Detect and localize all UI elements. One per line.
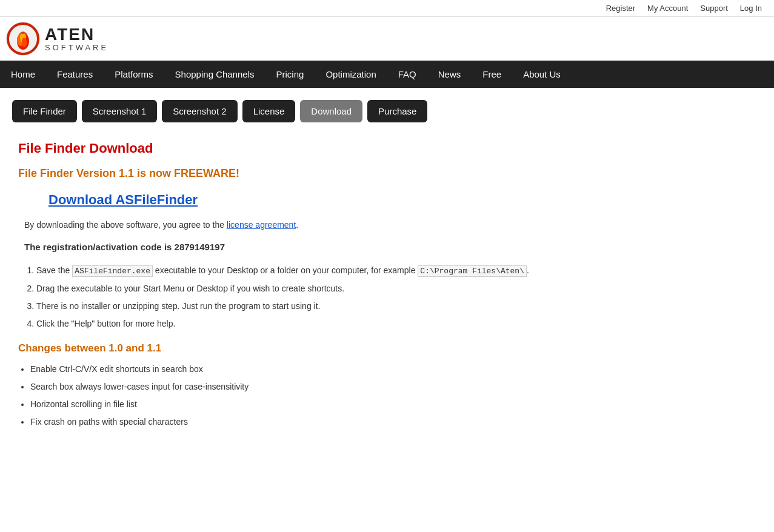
change-item: Enable Ctrl-C/V/X edit shortcuts in sear… bbox=[30, 363, 756, 376]
nav-home[interactable]: Home bbox=[0, 61, 46, 88]
change-item: Search box always lower-cases input for … bbox=[30, 381, 756, 393]
tab-screenshot-1[interactable]: Screenshot 1 bbox=[82, 100, 157, 122]
code-path: C:\Program Files\Aten\ bbox=[418, 265, 527, 277]
my-account-link[interactable]: My Account bbox=[647, 4, 688, 13]
nav-faq[interactable]: FAQ bbox=[387, 61, 427, 88]
nav-platforms[interactable]: Platforms bbox=[104, 61, 164, 88]
register-link[interactable]: Register bbox=[606, 4, 635, 13]
tab-purchase[interactable]: Purchase bbox=[367, 100, 427, 122]
main-content: File Finder Download File Finder Version… bbox=[0, 128, 774, 445]
logo-software: SOFTWARE bbox=[45, 43, 108, 52]
header: ATEN SOFTWARE bbox=[0, 17, 774, 61]
login-link[interactable]: Log In bbox=[740, 4, 762, 13]
download-asfilefinder-link[interactable]: Download ASFileFinder bbox=[48, 192, 198, 207]
top-bar: Register My Account Support Log In bbox=[0, 0, 774, 17]
tab-download[interactable]: Download bbox=[300, 100, 362, 122]
logo-text: ATEN SOFTWARE bbox=[45, 26, 108, 52]
license-agreement-link[interactable]: license agreement bbox=[227, 220, 296, 230]
freeware-notice: File Finder Version 1.1 is now FREEWARE! bbox=[18, 167, 756, 180]
nav-about[interactable]: About Us bbox=[512, 61, 572, 88]
license-note-suffix: . bbox=[296, 220, 298, 230]
activation-code: The registration/activation code is 2879… bbox=[24, 242, 756, 252]
svg-point-6 bbox=[22, 38, 27, 47]
code-asfilefinder: ASFileFinder.exe bbox=[72, 265, 153, 277]
tab-license[interactable]: License bbox=[242, 100, 296, 122]
instruction-2: Drag the executable to your Start Menu o… bbox=[36, 282, 756, 295]
instructions-list: Save the ASFileFinder.exe executable to … bbox=[36, 264, 756, 330]
tab-file-finder[interactable]: File Finder bbox=[12, 100, 77, 122]
instruction-4: Click the "Help" button for more help. bbox=[36, 318, 756, 330]
nav-bar: Home Features Platforms Shopping Channel… bbox=[0, 61, 774, 88]
nav-news[interactable]: News bbox=[427, 61, 472, 88]
page-heading: File Finder Download bbox=[18, 141, 756, 156]
instruction-1: Save the ASFileFinder.exe executable to … bbox=[36, 264, 756, 278]
change-item: Horizontal scrolling in file list bbox=[30, 398, 756, 411]
logo-area[interactable]: ATEN SOFTWARE bbox=[6, 22, 108, 56]
support-link[interactable]: Support bbox=[700, 4, 728, 13]
changes-heading: Changes between 1.0 and 1.1 bbox=[18, 342, 756, 354]
nav-features[interactable]: Features bbox=[46, 61, 104, 88]
download-link-area: Download ASFileFinder bbox=[48, 192, 756, 208]
changes-list: Enable Ctrl-C/V/X edit shortcuts in sear… bbox=[30, 363, 756, 428]
tab-screenshot-2[interactable]: Screenshot 2 bbox=[162, 100, 237, 122]
logo-aten: ATEN bbox=[45, 26, 108, 43]
sub-tabs: File Finder Screenshot 1 Screenshot 2 Li… bbox=[0, 88, 774, 128]
license-note: By downloading the above software, you a… bbox=[24, 220, 756, 230]
instruction-3: There is no installer or unzipping step.… bbox=[36, 300, 756, 313]
nav-shopping[interactable]: Shopping Channels bbox=[164, 61, 265, 88]
change-item: Fix crash on paths with special characte… bbox=[30, 416, 756, 428]
nav-optimization[interactable]: Optimization bbox=[315, 61, 387, 88]
nav-pricing[interactable]: Pricing bbox=[265, 61, 315, 88]
nav-free[interactable]: Free bbox=[472, 61, 512, 88]
license-note-prefix: By downloading the above software, you a… bbox=[24, 220, 227, 230]
logo-icon bbox=[6, 22, 40, 56]
